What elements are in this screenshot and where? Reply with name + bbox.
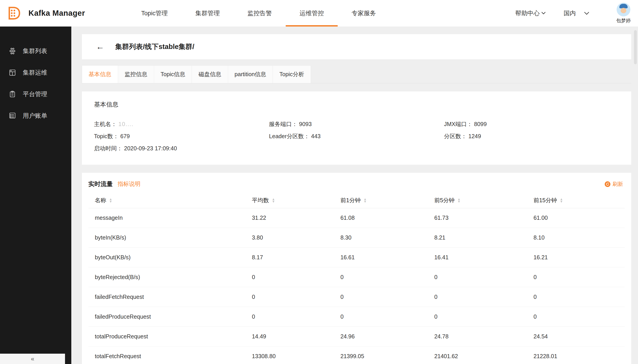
- metric-name-cell: failedFetchRequest: [88, 287, 252, 307]
- sidebar-item-label: 集群运维: [23, 68, 47, 76]
- collapse-icon: «: [31, 355, 34, 362]
- nav-cluster-management[interactable]: 集群管理: [181, 0, 234, 26]
- tab-topic-analysis[interactable]: Topic分析: [273, 66, 311, 83]
- col-last-5min: 前5分钟▲▼: [434, 193, 533, 208]
- realtime-flow-card: 实时流量 指标说明 刷新 名称▲▼: [82, 173, 631, 364]
- table-row: byteIn(KB/s) 3.80 8.30 8.21 8.10: [88, 228, 625, 248]
- sort-desc-icon[interactable]: ▼: [457, 200, 461, 203]
- metrics-explain-link[interactable]: 指标说明: [118, 180, 140, 188]
- list-icon: [9, 112, 16, 119]
- col-last-1min: 前1分钟▲▼: [340, 193, 434, 208]
- sidebar-item-label: 集群列表: [23, 47, 47, 55]
- col-last-15min: 前15分钟▲▼: [533, 193, 624, 208]
- sort-toggle[interactable]: ▲▼: [457, 198, 461, 203]
- field-partition-count: 分区数： 1249: [444, 132, 619, 140]
- sort-desc-icon[interactable]: ▼: [560, 200, 563, 203]
- help-center-label: 帮助中心: [515, 9, 540, 17]
- sort-toggle[interactable]: ▲▼: [363, 198, 367, 203]
- chevron-down-icon: [584, 12, 589, 15]
- field-leader-partition-count: Leader分区数： 443: [269, 132, 444, 140]
- sort-desc-icon[interactable]: ▼: [363, 200, 367, 203]
- nav-expert-service[interactable]: 专家服务: [338, 0, 390, 26]
- refresh-label: 刷新: [612, 180, 623, 188]
- table-header-row: 名称▲▼ 平均数▲▼ 前1分钟▲▼ 前5分钟▲▼ 前15分钟▲▼: [88, 193, 625, 208]
- table-row: messageIn 31.22 61.08 61.73 61.00: [88, 208, 625, 228]
- tab-disk-info[interactable]: 磁盘信息: [192, 66, 228, 83]
- nav-monitor-alert[interactable]: 监控告警: [234, 0, 286, 26]
- app-logo-icon: [6, 6, 20, 20]
- chevron-down-icon: [541, 12, 546, 14]
- realtime-flow-title: 实时流量: [88, 180, 113, 188]
- sidebar-item-cluster-ops[interactable]: 集群运维: [0, 62, 71, 83]
- sort-toggle[interactable]: ▲▼: [272, 198, 275, 203]
- col-name: 名称▲▼: [88, 193, 252, 208]
- sort-toggle[interactable]: ▲▼: [560, 198, 563, 203]
- basic-info-grid: 主机名： 10.... 服务端口： 9093 JMX端口： 8099 Topic…: [94, 120, 619, 152]
- clipboard-icon: [9, 90, 16, 98]
- avatar: [617, 3, 630, 17]
- metric-name-cell: byteRejected(B/s): [88, 268, 252, 287]
- metric-name-cell: byteOut(KB/s): [88, 248, 252, 268]
- scrollbar-thumb[interactable]: [634, 30, 637, 64]
- grid-panel-icon: [9, 69, 16, 76]
- sidebar-item-user-billing[interactable]: 用户账单: [0, 105, 71, 126]
- nav-topic-management[interactable]: Topic管理: [127, 0, 181, 26]
- metric-name-cell: byteIn(KB/s): [88, 228, 252, 248]
- table-row: totalProduceRequest 14.49 24.96 24.78 24…: [88, 326, 625, 346]
- app-window: Kafka Manager Topic管理 集群管理 监控告警 运维管控 专家服…: [0, 0, 638, 364]
- page-title-bar: ← 集群列表/线下stable集群/: [82, 34, 631, 59]
- nav-ops-control[interactable]: 运维管控: [286, 0, 338, 26]
- table-row: failedFetchRequest 0 0 0 0: [88, 287, 625, 307]
- breadcrumb: 集群列表/线下stable集群/: [115, 42, 194, 52]
- honeycomb-icon: [9, 47, 16, 55]
- metrics-table: 名称▲▼ 平均数▲▼ 前1分钟▲▼ 前5分钟▲▼ 前15分钟▲▼ message…: [88, 193, 625, 364]
- brand-title: Kafka Manager: [29, 9, 85, 18]
- main-content: ← 集群列表/线下stable集群/ 基本信息 监控信息 Topic信息 磁盘信…: [71, 26, 638, 364]
- col-average: 平均数▲▼: [252, 193, 340, 208]
- top-header: Kafka Manager Topic管理 集群管理 监控告警 运维管控 专家服…: [0, 0, 638, 26]
- region-label: 国内: [564, 9, 576, 17]
- back-button[interactable]: ←: [96, 43, 104, 51]
- sidebar-menu: 集群列表 集群运维 平台管理: [0, 26, 71, 126]
- sidebar-item-label: 平台管理: [23, 90, 47, 98]
- top-nav: Topic管理 集群管理 监控告警 运维管控 专家服务: [127, 0, 390, 26]
- sidebar-item-cluster-list[interactable]: 集群列表: [0, 40, 71, 62]
- field-service-port: 服务端口： 9093: [269, 120, 444, 128]
- refresh-icon: [605, 181, 610, 187]
- avatar-hat: [619, 4, 627, 8]
- sidebar: 集群列表 集群运维 平台管理: [0, 26, 71, 364]
- sort-toggle[interactable]: ▲▼: [109, 198, 112, 203]
- metric-name-cell: totalFetchRequest: [88, 346, 252, 364]
- field-jmx-port: JMX端口： 8099: [444, 120, 619, 128]
- tab-monitor-info[interactable]: 监控信息: [118, 66, 154, 83]
- basic-info-title: 基本信息: [94, 100, 619, 108]
- user-menu[interactable]: 包梦婷: [616, 3, 631, 24]
- tab-basic-info[interactable]: 基本信息: [82, 66, 118, 83]
- metric-name-cell: failedProduceRequest: [88, 307, 252, 326]
- sidebar-item-label: 用户账单: [23, 112, 47, 120]
- region-select[interactable]: 国内: [564, 9, 589, 17]
- sidebar-collapse-button[interactable]: «: [0, 354, 65, 364]
- sort-desc-icon[interactable]: ▼: [109, 200, 112, 203]
- header-right: 帮助中心 国内 包梦婷: [515, 3, 638, 24]
- table-row: byteOut(KB/s) 8.17 16.61 16.41 16.21: [88, 248, 625, 268]
- help-center-menu[interactable]: 帮助中心: [515, 9, 546, 17]
- basic-info-card: 基本信息 主机名： 10.... 服务端口： 9093 JMX端口： 8099 …: [82, 92, 631, 164]
- metric-name-cell: messageIn: [88, 208, 252, 228]
- avatar-face: [621, 8, 626, 13]
- tab-partition-info[interactable]: partition信息: [228, 66, 273, 83]
- refresh-button[interactable]: 刷新: [605, 180, 625, 188]
- sort-desc-icon[interactable]: ▼: [272, 200, 275, 203]
- tab-topic-info[interactable]: Topic信息: [154, 66, 192, 83]
- field-start-time: 启动时间： 2020-09-23 17:09:40: [94, 144, 269, 152]
- username: 包梦婷: [616, 17, 631, 24]
- table-row: failedProduceRequest 0 0 0 0: [88, 307, 625, 326]
- sidebar-item-platform-admin[interactable]: 平台管理: [0, 83, 71, 105]
- field-topic-count: Topic数： 679: [94, 132, 269, 140]
- detail-tabs: 基本信息 监控信息 Topic信息 磁盘信息 partition信息 Topic…: [82, 66, 631, 83]
- field-hostname: 主机名： 10....: [94, 120, 269, 128]
- table-row: totalFetchRequest 13308.80 21399.05 2140…: [88, 346, 625, 364]
- metric-name-cell: totalProduceRequest: [88, 326, 252, 346]
- table-row: byteRejected(B/s) 0 0 0 0: [88, 268, 625, 287]
- realtime-flow-header: 实时流量 指标说明 刷新: [88, 180, 625, 188]
